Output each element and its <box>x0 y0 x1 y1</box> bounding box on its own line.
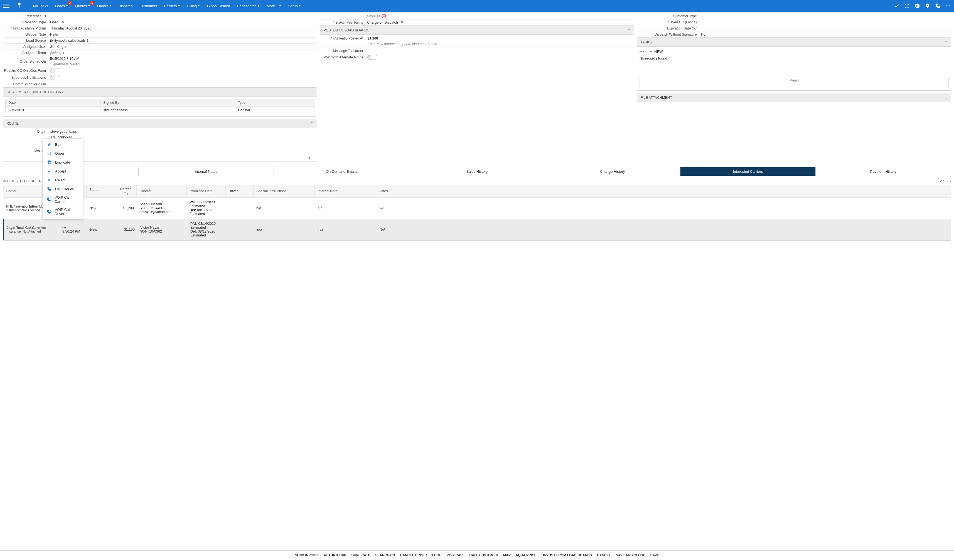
nav-billing[interactable]: Billing▼ <box>184 3 203 9</box>
destination-value[interactable]: ▸ <box>50 149 317 160</box>
transport-type-label: * Transport Type <box>3 20 50 24</box>
more-icon[interactable]: ••• <box>62 226 84 230</box>
grid-header: Carrier Status↑ Carrier Pay Contact Prom… <box>3 185 951 198</box>
currently-posted-value[interactable]: $1,100 Enter new amount to update load b… <box>367 36 634 46</box>
main-content: Reference ID * Transport TypeOpen⇅ * Fir… <box>0 12 954 164</box>
posted-header[interactable]: POSTED TO LOAD BOARDS⌃ <box>320 26 634 35</box>
sig-history-panel: CUSTOMER SIGNATURE HISTORY⌃ Date Signed … <box>3 87 317 117</box>
app-logo[interactable] <box>14 2 25 10</box>
ctx-call-carrier[interactable]: Call Carrier <box>43 184 83 193</box>
minus-circle-icon[interactable] <box>904 3 910 9</box>
first-pickup-value[interactable]: Thursday, August 20, 2020 <box>50 26 317 30</box>
dollar-icon[interactable]: $ <box>914 3 920 9</box>
detail-tabs: VehiclesInternal NotesOn Demand EmailsSa… <box>3 167 951 176</box>
sig-col-date: Date <box>6 99 100 107</box>
nav-quotes[interactable]: Quotes▼17 <box>72 3 93 9</box>
suppress-toggle[interactable] <box>50 75 60 80</box>
nav-more[interactable]: More...▼ <box>264 3 284 9</box>
plus-icon: ＋ <box>649 49 653 54</box>
ctx-accept[interactable]: Accept <box>43 166 83 176</box>
assigned-team-value[interactable]: (select)▸ <box>50 51 317 55</box>
assigned-user-value[interactable]: Jim King▸ <box>50 45 317 49</box>
caret-down-icon: ▼ <box>65 5 68 7</box>
table-row[interactable]: Jay's Total Car Care IncInsurance: Not A… <box>3 219 951 240</box>
customer-type-label: Customer Type <box>637 14 701 18</box>
col-pay[interactable]: Carrier Pay <box>114 185 137 197</box>
see-all-link[interactable]: See All › <box>938 179 951 183</box>
call-carrier-icon <box>47 187 52 191</box>
caret-down-icon: ▼ <box>88 5 90 7</box>
tab-change-history[interactable]: Change History <box>545 167 680 176</box>
ctx-reject[interactable]: Reject <box>43 176 83 184</box>
svg-point-5 <box>948 5 948 6</box>
col-dates[interactable]: Dates <box>376 185 951 197</box>
nav-carriers[interactable]: Carriers▼ <box>161 3 183 9</box>
sort-icon: ⇅ <box>401 20 403 24</box>
phone-icon[interactable] <box>935 3 941 9</box>
tasks-more-icon[interactable]: ••• <box>639 50 645 54</box>
ctx-voip-call-carrier[interactable]: SIPVOIP Call Carrier <box>43 193 83 205</box>
file-attach-header[interactable]: FILE ATTACHMENT⌄ <box>637 93 951 102</box>
assigned-user-label: Assigned User <box>3 45 50 49</box>
caret-down-icon: ▼ <box>279 5 281 7</box>
badge: 17 <box>90 1 94 5</box>
broker-fee-terms-value[interactable]: Charge on Dispatch⇅ <box>367 20 634 25</box>
nav-customers[interactable]: Customers <box>137 3 160 9</box>
require-cc-toggle[interactable] <box>50 68 60 73</box>
caret-down-icon: ▼ <box>257 5 260 7</box>
ctx-edit[interactable]: Edit <box>43 140 83 149</box>
nav-setup[interactable]: Setup▼ <box>285 3 304 9</box>
dispatch-wo-sig-value[interactable]: No <box>701 33 951 36</box>
tasks-header[interactable]: TASKS⌃ <box>637 38 951 47</box>
shipper-note-label: Shipper Note <box>3 33 50 36</box>
tab-internal-notes[interactable]: Internal Notes <box>139 167 274 176</box>
nav-dispatch[interactable]: Dispatch <box>116 3 136 9</box>
ctx-duplicate[interactable]: Duplicate <box>43 158 83 166</box>
tasks-new-button[interactable]: ＋NEW <box>649 49 662 54</box>
reject-icon <box>47 177 52 182</box>
location-pin-icon[interactable] <box>924 3 931 9</box>
hamburger-menu-icon[interactable] <box>3 3 9 9</box>
col-promised[interactable]: Promised Date <box>187 185 226 197</box>
chevron-right-icon: ▸ <box>309 156 311 160</box>
tab-on-demand-emails[interactable]: On Demand Emails <box>274 167 409 176</box>
ctx-voip-call-driver[interactable]: VOIP Call Driver <box>43 205 83 218</box>
nav-leads[interactable]: Leads▼2 <box>52 3 71 9</box>
alt-route-toggle[interactable] <box>367 55 377 60</box>
lead-source-value[interactable]: ibilitymedia sales leads 1 <box>50 39 317 42</box>
ctx-open[interactable]: Open <box>43 149 83 158</box>
broker-fee-terms-label: * Broker Fee Terms <box>320 20 367 25</box>
require-cc-label: Require CC On eDoc Form <box>3 69 50 73</box>
memo-field[interactable]: Memo <box>639 77 949 88</box>
posted-panel: POSTED TO LOAD BOARDS⌃ * Currently Poste… <box>320 26 634 61</box>
table-row[interactable]: 5/15/2019 stve gottenbass Original <box>6 107 315 114</box>
route-header[interactable]: ROUTE⌃ <box>3 119 317 128</box>
chevron-right-icon: ▸ <box>63 51 65 55</box>
col-contact[interactable]: Contact <box>137 185 187 197</box>
open-icon <box>47 151 52 156</box>
sig-history-table: Date Signed By Type 5/15/2019 stve gotte… <box>5 99 315 114</box>
nav-globalsearch[interactable]: Global Search <box>204 3 233 9</box>
origin-value[interactable]: steve gottenbass 17815905599 Tempe, AZ 8… <box>50 130 317 145</box>
col-special[interactable]: Special Instructions <box>254 185 315 197</box>
tab-payment-history[interactable]: Payment History <box>816 167 951 176</box>
transport-type-value[interactable]: Open⇅ <box>50 20 317 24</box>
col-note[interactable]: Internal Note <box>315 185 376 197</box>
col-driver[interactable]: Driver <box>226 185 254 197</box>
nav-mytasks[interactable]: My Tasks <box>30 3 51 9</box>
check-icon[interactable] <box>893 3 900 9</box>
order-signed-value: 5/15/2019 8:16 AMSignature is current. <box>50 57 317 66</box>
col-status[interactable]: Status↑ <box>87 185 114 197</box>
tab-sales-history[interactable]: Sales History <box>409 167 545 176</box>
carriers-toolbar: INTERESTED CARRIERS (2) ▾ NEW See All › <box>0 176 954 185</box>
more-horizontal-icon[interactable] <box>945 3 951 9</box>
commission-label: Commission Paid On <box>3 82 50 86</box>
chevron-up-icon: ⌃ <box>310 90 313 94</box>
table-row[interactable]: HHL Transportation LLCInsurance: Not Att… <box>3 198 951 219</box>
tab-interested-carriers[interactable]: Interested Carriers <box>680 167 816 176</box>
nav-orders[interactable]: Orders▼ <box>94 3 114 9</box>
nav-dashboards[interactable]: Dashboards▼ <box>234 3 262 9</box>
shipper-note-value[interactable]: Hello <box>50 33 317 36</box>
svg-text:$: $ <box>917 4 918 8</box>
sig-history-header[interactable]: CUSTOMER SIGNATURE HISTORY⌃ <box>3 88 317 96</box>
